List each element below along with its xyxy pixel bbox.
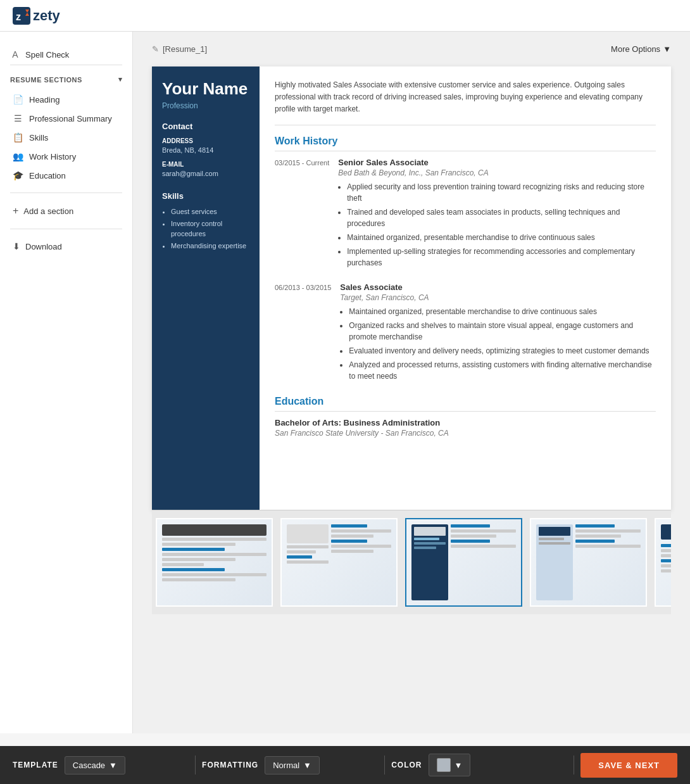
bullet-item: Maintained organized, presentable mercha… [349,306,656,317]
resume-document: Your Name Profession Contact Address Bre… [152,66,671,510]
bullet-item: Analyzed and processed returns, assistin… [349,359,656,382]
spell-check-label: Spell Check [25,50,69,60]
work-bullets-1: Applied security and loss prevention tra… [338,181,656,269]
email-value: sarah@gmail.com [162,169,249,179]
bullet-item: Maintained organized, presentable mercha… [347,232,656,243]
work-bullets-2: Maintained organized, presentable mercha… [340,306,656,382]
education-icon: 🎓 [13,170,23,180]
work-dates-2: 06/2013 - 03/2015 [275,282,331,384]
education-entry-1: Bachelor of Arts: Business Administratio… [275,418,656,438]
zety-logo-icon: z [13,7,30,25]
sidebar-download[interactable]: ⬇ Download [10,237,122,256]
edu-school-1: San Francisco State University - San Fra… [275,429,656,438]
more-options-label: More Options [611,44,660,54]
edu-degree-1: Bachelor of Arts: Business Administratio… [275,418,656,427]
work-entry-1: 03/2015 - Current Senior Sales Associate… [275,158,656,271]
work-company-1: Bed Bath & Beyond, Inc., San Francisco, … [338,168,656,177]
bullet-item: Applied security and loss prevention tra… [347,181,656,204]
sections-chevron-icon[interactable]: ▾ [118,75,123,84]
skills-icon: 📋 [13,132,23,142]
main-container: A Spell Check RESUME SECTIONS ▾ 📄 Headin… [0,32,690,733]
resume-sections-header: RESUME SECTIONS ▾ [10,75,122,84]
resume-right-column: Highly motivated Sales Associate with ex… [260,66,671,510]
more-options-chevron-icon: ▼ [663,44,671,54]
skills-section-title: Skills [162,191,249,201]
resume-title-bar: ✎ [Resume_1] More Options ▼ [152,44,671,54]
address-label: Address [162,137,249,144]
spell-check-icon: A [10,49,20,60]
heading-icon: 📄 [13,94,23,104]
resume-name-edit[interactable]: ✎ [Resume_1] [152,44,207,54]
resume-sections-label: RESUME SECTIONS [10,76,82,84]
content-area: ✎ [Resume_1] More Options ▼ Your Name Pr… [133,32,690,733]
summary-icon: ☰ [13,113,23,123]
email-label: E-mail [162,161,249,168]
top-nav: z zety [0,0,690,32]
summary-label: Professional Summary [29,114,112,123]
add-section-icon: + [13,205,18,217]
skill-item: Inventory control procedures [171,219,249,239]
sidebar-divider-2 [10,229,122,229]
resume-profession: Profession [162,101,249,110]
skill-item: Merchandising expertise [171,241,249,251]
work-company-2: Target, San Francisco, CA [340,293,656,302]
more-options-button[interactable]: More Options ▼ [611,44,671,54]
sidebar: A Spell Check RESUME SECTIONS ▾ 📄 Headin… [0,32,133,733]
template-thumb-4[interactable] [530,518,647,607]
work-history-icon: 👥 [13,151,23,161]
skills-list: Guest services Inventory control procedu… [162,207,249,251]
bullet-item: Implemented up-selling strategies for re… [347,246,656,269]
work-details-2: Sales Associate Target, San Francisco, C… [340,282,656,384]
template-thumb-3[interactable] [405,518,522,607]
work-details-1: Senior Sales Associate Bed Bath & Beyond… [338,158,656,271]
template-thumb-2[interactable] [280,518,398,607]
sidebar-add-section[interactable]: + Add a section [10,201,122,221]
sidebar-item-education[interactable]: 🎓 Education [10,166,122,185]
skills-label: Skills [29,133,48,142]
logo-text: zety [33,8,60,24]
contact-section-title: Contact [162,122,249,131]
heading-label: Heading [29,95,60,104]
template-thumb-1[interactable] [156,518,273,607]
bullet-item: Trained and developed sales team associa… [347,206,656,229]
bullet-item: Evaluated inventory and delivery needs, … [349,345,656,357]
skill-item: Guest services [171,207,249,217]
sidebar-item-professional-summary[interactable]: ☰ Professional Summary [10,109,122,128]
download-label: Download [25,242,62,251]
logo[interactable]: z zety [13,7,60,25]
download-icon: ⬇ [13,241,20,251]
svg-text:z: z [16,11,21,22]
education-label: Education [29,171,66,180]
resume-candidate-name: Your Name [162,79,249,99]
work-entry-2: 06/2013 - 03/2015 Sales Associate Target… [275,282,656,384]
bullet-item: Organized racks and shelves to maintain … [349,320,656,343]
work-dates-1: 03/2015 - Current [275,158,329,271]
template-previews [152,510,671,614]
spell-check-item[interactable]: A Spell Check [10,44,122,65]
sidebar-item-skills[interactable]: 📋 Skills [10,128,122,147]
sidebar-item-heading[interactable]: 📄 Heading [10,90,122,109]
sidebar-divider-1 [10,193,122,193]
work-history-section-title: Work History [275,136,656,151]
address-value: Breda, NB, 4814 [162,146,249,155]
work-title-1: Senior Sales Associate [338,158,656,167]
template-thumb-5[interactable] [655,518,671,607]
sidebar-item-work-history[interactable]: 👥 Work History [10,147,122,166]
add-section-label: Add a section [23,206,73,216]
edit-pencil-icon: ✎ [152,44,159,54]
resume-file-name: [Resume_1] [163,44,207,54]
resume-left-column: Your Name Profession Contact Address Bre… [152,66,260,510]
work-history-label: Work History [29,152,76,161]
resume-summary-text: Highly motivated Sales Associate with ex… [275,79,656,125]
education-section-title: Education [275,396,656,412]
work-title-2: Sales Associate [340,282,656,292]
